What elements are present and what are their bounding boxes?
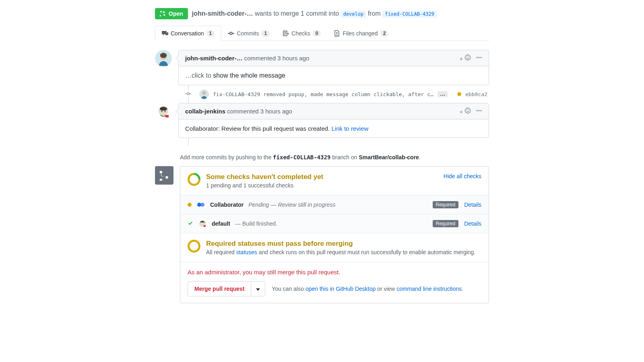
tab-conversation[interactable]: Conversation 1 (155, 26, 221, 41)
svg-point-5 (477, 57, 478, 58)
comment-meta: commented 3 hours ago (244, 55, 310, 62)
svg-point-23 (200, 203, 204, 207)
status-donut-icon (188, 173, 200, 186)
avatar[interactable] (155, 50, 172, 67)
smiley-icon (464, 54, 471, 61)
check-status-text: Pending — Review still in progress (248, 202, 335, 208)
status-pending-icon (188, 203, 192, 207)
tab-files-changed[interactable]: Files changed 2 (327, 26, 395, 41)
pr-tabs: Conversation 1 Commits 1 Checks 0 Files … (155, 26, 489, 41)
file-diff-icon (334, 30, 340, 37)
caret-down-icon (256, 288, 260, 291)
files-count: 2 (380, 30, 389, 37)
svg-point-17 (466, 110, 467, 111)
check-name: Collaborator (210, 202, 244, 208)
comment-header: collab-jenkins commented 3 hours ago + (179, 103, 489, 119)
git-commit-icon (228, 30, 234, 37)
command-line-instructions-link[interactable]: command line instructions (396, 286, 462, 292)
pr-header: Open john-smith-coder-… wants to merge 1… (155, 8, 489, 19)
svg-point-4 (468, 57, 469, 58)
svg-point-3 (466, 57, 467, 58)
svg-rect-15 (165, 115, 169, 117)
svg-point-7 (481, 57, 482, 58)
comment-body: Collaborator: Review for this pull reque… (179, 119, 489, 138)
svg-rect-25 (204, 225, 206, 227)
svg-point-13 (161, 111, 163, 112)
check-row: default — Build finished. Required Detai… (180, 214, 489, 233)
comment-author[interactable]: collab-jenkins (185, 108, 225, 115)
status-donut-icon (188, 240, 200, 253)
git-merge-icon (155, 166, 173, 185)
timeline-commit: fix-COLLAB-4329 removed popup, made mess… (188, 85, 489, 103)
check-details-link[interactable]: Details (464, 220, 481, 227)
open-in-desktop-link[interactable]: open this in GitHub Desktop (305, 286, 376, 292)
timeline-comment: john-smith-coder-… commented 3 hours ago… (155, 50, 489, 85)
merge-status-panel: Some checks haven't completed yet 1 pend… (155, 166, 489, 303)
required-statuses-title: Required statuses must pass before mergi… (206, 240, 475, 248)
checks-count: 0 (313, 30, 321, 37)
status-success-icon (188, 220, 193, 227)
tab-commits[interactable]: Commits 1 (221, 26, 276, 41)
svg-point-19 (477, 110, 478, 111)
comment-discussion-icon (162, 30, 168, 37)
merge-alternatives: You can also open this in GitHub Desktop… (272, 286, 463, 292)
check-name: default (212, 220, 230, 227)
base-branch-chip[interactable]: develop (341, 10, 366, 18)
admin-override-warning: As an administrator, you may still merge… (188, 269, 481, 276)
checks-title: Some checks haven't completed yet (206, 173, 323, 181)
comment-meta: commented 3 hours ago (227, 108, 292, 115)
svg-point-14 (165, 111, 166, 112)
svg-point-8 (187, 93, 189, 95)
commit-message[interactable]: fix-COLLAB-4329 removed popup, made mess… (213, 91, 433, 97)
collaborator-app-icon (196, 200, 205, 209)
smiley-icon (464, 107, 471, 114)
required-statuses-sub: All required statuses and check runs on … (206, 249, 475, 255)
state-open-badge: Open (155, 8, 188, 19)
pr-author[interactable]: john-smith-coder-… (192, 10, 253, 17)
svg-point-18 (468, 110, 469, 111)
commits-count: 1 (261, 30, 270, 37)
kebab-horizontal-icon (476, 107, 482, 114)
add-reaction-button[interactable]: + (460, 107, 471, 115)
merge-method-dropdown[interactable] (251, 281, 265, 296)
svg-point-20 (479, 110, 480, 111)
merge-summary: john-smith-coder-… wants to merge 1 comm… (192, 10, 437, 17)
check-details-link[interactable]: Details (464, 202, 481, 208)
checks-subtitle: 1 pending and 1 successful checks (206, 182, 323, 189)
tab-checks[interactable]: Checks 0 (276, 26, 327, 41)
comment-author[interactable]: john-smith-coder-… (185, 55, 243, 62)
timeline-comment: collab-jenkins commented 3 hours ago + C… (155, 103, 489, 138)
add-reaction-button[interactable]: + (460, 54, 471, 62)
commit-sha[interactable]: ebb0ca2 (465, 91, 487, 97)
svg-point-21 (481, 110, 482, 111)
link-to-review[interactable]: Link to review (332, 125, 369, 132)
check-status-text: — Build finished. (235, 220, 277, 227)
svg-point-6 (479, 57, 480, 58)
kebab-menu-button[interactable] (476, 107, 482, 115)
commit-status-pending-icon[interactable] (457, 92, 461, 96)
checklist-icon (283, 30, 289, 37)
svg-point-16 (465, 108, 471, 113)
head-branch-chip[interactable]: fixed-COLLAB-4329 (382, 10, 437, 18)
commit-author-avatar[interactable] (199, 89, 209, 99)
check-row: Collaborator Pending — Review still in p… (180, 195, 489, 214)
statuses-link[interactable]: statuses (236, 249, 257, 255)
git-pull-request-icon (160, 10, 166, 17)
jenkins-app-icon (198, 219, 207, 228)
merge-pull-request-button[interactable]: Merge pull request (188, 281, 251, 296)
comment-body[interactable]: …click to show the whole message (179, 66, 489, 85)
comment-header: john-smith-coder-… commented 3 hours ago… (179, 50, 489, 66)
svg-point-2 (465, 55, 471, 60)
conversation-count: 1 (206, 30, 215, 37)
hide-all-checks-link[interactable]: Hide all checks (444, 173, 481, 179)
required-badge: Required (433, 220, 459, 227)
state-label: Open (169, 10, 183, 17)
avatar[interactable] (155, 103, 172, 120)
git-commit-icon (186, 91, 191, 97)
kebab-horizontal-icon (476, 54, 482, 61)
kebab-menu-button[interactable] (476, 54, 482, 62)
expand-commit-message-button[interactable]: … (438, 91, 448, 97)
required-badge: Required (433, 201, 459, 208)
push-hint: Add more commits by pushing to the fixed… (180, 154, 489, 160)
svg-point-10 (202, 91, 206, 95)
